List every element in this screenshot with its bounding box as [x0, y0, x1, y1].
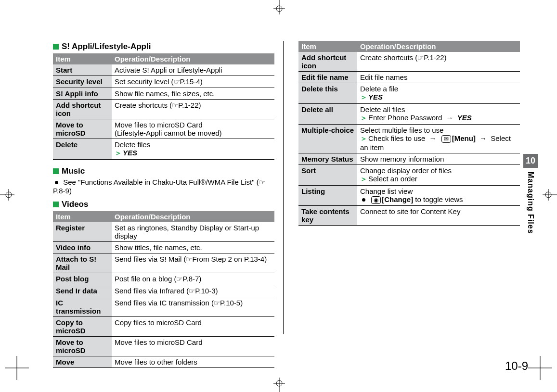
row-item: Take contents key [298, 206, 357, 226]
section-videos-heading: Videos [53, 200, 274, 209]
crop-mark-bl [5, 356, 29, 380]
reg-mark-left [0, 185, 17, 204]
row-desc: Move files to microSD Card(Lifestyle-App… [112, 119, 274, 139]
right-column: Item Operation/Description Add shortcut … [298, 41, 520, 368]
row-item: Add shortcut icon [298, 52, 357, 72]
square-bullet-icon [53, 168, 59, 174]
col-desc: Operation/Description [112, 211, 274, 222]
table-row: Delete Delete files＞YES [53, 139, 274, 160]
row-desc: Select multiple files to use＞Check files… [357, 125, 520, 153]
chapter-label: Managing Files [526, 172, 535, 234]
table-header-row: Item Operation/Description [53, 53, 274, 64]
table-row: Attach to S! Mail Send files via S! Mail… [53, 253, 274, 273]
row-desc: Create shortcuts (☞P.1-22) [112, 100, 274, 119]
table-header-row: Item Operation/Description [53, 211, 274, 222]
row-item: Delete this [298, 83, 357, 104]
table-row: S! Appli info Show file names, file size… [53, 88, 274, 100]
col-item: Item [53, 53, 112, 64]
left-column: S! Appli/Lifestyle-Appli Item Operation/… [53, 41, 274, 368]
row-item: S! Appli info [53, 88, 112, 100]
row-item: Start [53, 64, 112, 76]
table-row: Video info Show titles, file names, etc. [53, 242, 274, 253]
bullet-icon [55, 181, 58, 184]
row-desc: Delete a file＞YES [357, 83, 520, 104]
section-title: Videos [62, 200, 88, 209]
row-desc: Create shortcuts (☞P.1-22) [357, 52, 520, 72]
row-item: IC transmission [53, 297, 112, 317]
row-desc: Show memory information [357, 153, 520, 165]
col-item: Item [298, 41, 357, 52]
col-desc: Operation/Description [357, 41, 520, 52]
row-desc: Connect to site for Content Key [357, 206, 520, 226]
row-item: Attach to S! Mail [53, 253, 112, 273]
row-desc: Set as ringtones, Standby Display or Sta… [112, 222, 274, 242]
table-row: Memory Status Show memory information [298, 153, 520, 165]
row-item: Listing [298, 186, 357, 206]
row-item: Sort [298, 165, 357, 186]
table-row: Move to microSD Move files to microSD Ca… [53, 119, 274, 139]
row-item: Send Ir data [53, 285, 112, 297]
row-desc: Show file names, file sizes, etc. [112, 88, 274, 100]
table-row: Listing Change list view ◉[Change] to to… [298, 186, 520, 206]
row-desc: Activate S! Appli or Lifestyle-Appli [112, 64, 274, 76]
row-desc: Send files via S! Mail (☞From Step 2 on … [112, 253, 274, 273]
square-bullet-icon [53, 44, 59, 50]
chapter-number: 10 [523, 154, 538, 168]
table-row: Edit file name Edit file names [298, 72, 520, 83]
table-row: Security level Set security level (☞P.15… [53, 76, 274, 88]
table-row: Send Ir data Send files via Infrared (☞P… [53, 285, 274, 297]
row-desc: Move files to microSD Card [112, 337, 274, 356]
table-row: Register Set as ringtones, Standby Displ… [53, 222, 274, 242]
table-row: IC transmission Send files via IC transm… [53, 297, 274, 317]
reg-mark-right [540, 185, 557, 204]
col-item: Item [53, 211, 112, 222]
section-appli-heading: S! Appli/Lifestyle-Appli [53, 42, 274, 51]
row-item: Video info [53, 242, 112, 253]
row-item: Register [53, 222, 112, 242]
row-desc: Show titles, file names, etc. [112, 242, 274, 253]
row-desc: Delete files＞YES [112, 139, 274, 160]
section-music-heading: Music [53, 166, 274, 176]
table-row: Add shortcut icon Create shortcuts (☞P.1… [298, 52, 520, 72]
row-desc: Send files via Infrared (☞P.10-3) [112, 285, 274, 297]
row-item: Security level [53, 76, 112, 88]
chapter-tab: 10 Managing Files [523, 154, 538, 234]
table-row: Move to microSD Move files to microSD Ca… [53, 337, 274, 356]
table-row: Add shortcut icon Create shortcuts (☞P.1… [53, 100, 274, 119]
row-desc: Delete all files＞Enter Phone Password YE… [357, 104, 520, 125]
continued-table: Item Operation/Description Add shortcut … [298, 41, 520, 226]
crop-mark-br [528, 356, 552, 380]
row-desc: Send files via IC transmission (☞P.10-5) [112, 297, 274, 317]
table-row: Delete all Delete all files＞Enter Phone … [298, 104, 520, 125]
row-desc: Move files to other folders [112, 356, 274, 368]
reg-mark-bottom [270, 375, 289, 392]
col-desc: Operation/Description [112, 53, 274, 64]
row-desc: Change list view ◉[Change] to toggle vie… [357, 186, 520, 206]
row-desc: Copy files to microSD Card [112, 317, 274, 337]
table-header-row: Item Operation/Description [298, 41, 520, 52]
row-item: Delete all [298, 104, 357, 125]
table-row: Copy to microSD Copy files to microSD Ca… [53, 317, 274, 337]
row-item: Move to microSD [53, 337, 112, 356]
table-row: Take contents key Connect to site for Co… [298, 206, 520, 226]
table-row: Sort Change display order of files＞Selec… [298, 165, 520, 186]
music-note: See "Functions Available in Chaku-Uta Fu… [53, 178, 274, 195]
row-item: Memory Status [298, 153, 357, 165]
row-item: Move to microSD [53, 119, 112, 139]
page-number: 10-9 [505, 359, 528, 373]
table-row: Move Move files to other folders [53, 356, 274, 368]
row-desc: Set security level (☞P.15-4) [112, 76, 274, 88]
row-item: Post blog [53, 273, 112, 285]
table-row: Multiple-choice Select multiple files to… [298, 125, 520, 153]
table-row: Post blog Post file on a blog (☞P.8-7) [53, 273, 274, 285]
videos-table: Item Operation/Description Register Set … [53, 211, 274, 368]
row-item: Add shortcut icon [53, 100, 112, 119]
content-columns: S! Appli/Lifestyle-Appli Item Operation/… [53, 41, 528, 368]
square-bullet-icon [53, 202, 59, 207]
table-row: Delete this Delete a file＞YES [298, 83, 520, 104]
row-item: Delete [53, 139, 112, 160]
row-item: Move [53, 356, 112, 368]
appli-table: Item Operation/Description Start Activat… [53, 53, 274, 160]
row-desc: Post file on a blog (☞P.8-7) [112, 273, 274, 285]
row-desc: Edit file names [357, 72, 520, 83]
